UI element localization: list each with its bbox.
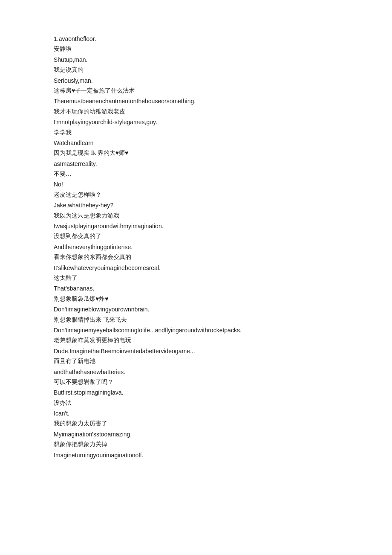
list-item: andthathehasnewbatteries. [54, 367, 338, 377]
list-item: 想象你把想象力关掉 [54, 440, 338, 449]
list-item: 老皮这是怎样啦？ [54, 190, 338, 200]
list-item: 我的想象力太厉害了 [54, 419, 338, 428]
list-item: Seriously,man. [54, 76, 338, 85]
list-item: 1.avaonthefloor. [54, 34, 338, 44]
list-item: Theremustbeanenchantmentonthehouseorsome… [54, 96, 338, 106]
content-area: 1.avaonthefloor.安静啦Shutup,man.我是说真的Serio… [54, 34, 338, 460]
list-item: Myimagination'sstooamazing. [54, 430, 338, 439]
list-item: 因为我是现实 Ik 界的大♥师♥ [54, 148, 338, 158]
list-item: 可以不要想岩浆了吗？ [54, 378, 338, 387]
list-item: Watchandlearn [54, 138, 338, 148]
list-item: 没想到都变真的了 [54, 232, 338, 241]
list-item: 没办法 [54, 398, 338, 408]
list-item: asImasterreality. [54, 159, 338, 169]
list-item: Don'timaginemyeyeballscomingtolife...and… [54, 325, 338, 335]
list-item: 我以为这只是想象力游戏 [54, 211, 338, 221]
list-item: 老弟想象咋莫发明更棒的电玩 [54, 336, 338, 345]
list-item: It'slikewhateveryouimaginebecomesreal. [54, 263, 338, 273]
list-item: 而且有了新电池 [54, 357, 338, 366]
list-item: 学学我 [54, 128, 338, 137]
list-item: Dude.ImaginethatBeemoinventedabettervide… [54, 346, 338, 356]
list-item: 我是说真的 [54, 65, 338, 75]
list-item: 别想象脑袋瓜爆♥炸♥ [54, 294, 338, 304]
list-item: 安静啦 [54, 44, 338, 54]
list-item: Butfirst,stopimagininglava. [54, 388, 338, 397]
list-item: That'sbananas. [54, 284, 338, 293]
list-item: Don'timagineblowingyourownnbrain. [54, 305, 338, 314]
list-item: 别想象眼睛掉出来 飞来飞去 [54, 315, 338, 325]
list-item: I'mnotplayingyourchild-stylegames,guy. [54, 117, 338, 127]
list-item: 这栋房♥子一定被施了什么法术 [54, 86, 338, 96]
list-item: 我才不玩你的幼稚游戏老皮 [54, 107, 338, 116]
list-item: Jake,whatthehey-hey? [54, 200, 338, 210]
list-item: 看来你想象的东西都会变真的 [54, 253, 338, 262]
list-item: Iwasjustplayingaroundwithmyimagination. [54, 221, 338, 231]
list-item: Andtheneverythinggotintense. [54, 242, 338, 252]
list-item: Imagineturningyourimaginationoff. [54, 450, 338, 460]
list-item: 不要… [54, 169, 338, 179]
list-item: Ican't. [54, 409, 338, 418]
list-item: 这太酷了 [54, 273, 338, 283]
list-item: No! [54, 180, 338, 189]
list-item: Shutup,man. [54, 55, 338, 64]
